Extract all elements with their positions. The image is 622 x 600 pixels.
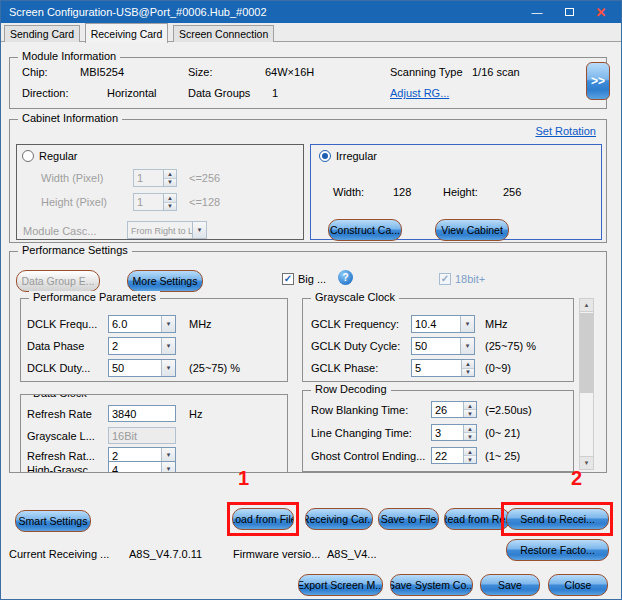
chevron-down-icon: ▾ [161, 316, 175, 332]
maximize-button[interactable] [553, 1, 585, 23]
firmware-version-value: A8S_V4... [327, 548, 377, 560]
regular-radio[interactable]: Regular [22, 150, 78, 162]
width-pixel-spinner[interactable]: 1 ▲ ▼ [133, 169, 177, 187]
group-title: Performance Parameters [29, 291, 160, 303]
select-value: 10.4 [412, 316, 460, 332]
set-rotation-link[interactable]: Set Rotation [535, 125, 596, 137]
irregular-panel: Irregular Width: 128 Height: 256 Constru… [310, 144, 602, 240]
scanning-type-value: 1/16 scan [472, 66, 520, 78]
dclk-frequency-select[interactable]: 6.0 ▾ [108, 315, 176, 333]
restore-factory-button[interactable]: Restore Facto... [506, 539, 609, 561]
check-icon: ✓ [441, 274, 449, 284]
view-cabinet-button[interactable]: View Cabinet [435, 219, 509, 241]
select-value: 50 [109, 360, 161, 376]
range-label: (0~ 21) [485, 427, 520, 439]
button-label: View Cabinet [441, 224, 503, 236]
tab-label: Sending Card [10, 28, 74, 40]
scroll-up-button[interactable]: ▲ [580, 299, 593, 312]
cabinet-information-group: Cabinet Information Set Rotation Regular… [9, 119, 607, 243]
ghost-control-spinner[interactable]: 22 ▲ ▼ [431, 447, 477, 464]
button-label: Export Screen M... [298, 579, 383, 591]
window-title: Screen Configuration-USB@Port_#0006.Hub_… [1, 6, 267, 18]
button-label: Smart Settings [19, 515, 88, 527]
current-receiving-value: A8S_V4.7.0.11 [129, 548, 202, 560]
spinner-up-icon[interactable]: ▲ [464, 402, 476, 410]
spinner-up-icon[interactable]: ▲ [464, 425, 476, 433]
checkbox-icon: ✓ [282, 273, 294, 285]
minimize-button[interactable]: — [521, 1, 553, 23]
adjust-rg-link[interactable]: Adjust RG... [390, 87, 449, 99]
spinner-up-icon[interactable]: ▲ [462, 360, 474, 369]
spinner-down-icon[interactable]: ▼ [164, 179, 176, 187]
performance-parameters-group: Performance Parameters DCLK Frequ... 6.0… [20, 298, 288, 382]
data-group-exchange-button[interactable]: Data Group E... [16, 270, 100, 292]
receiving-card-button[interactable]: Receiving Car... [305, 508, 373, 530]
refresh-rate-input[interactable]: 3840 [108, 405, 176, 422]
row-decoding-group: Row Decoding Row Blanking Time: 26 ▲ ▼ (… [302, 390, 574, 472]
scrollbar-thumb[interactable] [580, 313, 593, 393]
spinner-down-icon[interactable]: ▼ [464, 433, 476, 440]
tab-receiving-card[interactable]: Receiving Card [85, 23, 169, 43]
unit-label: MHz [189, 318, 212, 330]
spinner-up-icon[interactable]: ▲ [164, 170, 176, 179]
spinner-down-icon[interactable]: ▼ [464, 410, 476, 417]
more-settings-button[interactable]: More Settings [127, 270, 203, 292]
data-groups-label: Data Groups [188, 87, 250, 99]
direction-value: Horizontal [107, 87, 157, 99]
send-to-receiving-card-button[interactable]: Send to Recei... [506, 508, 609, 530]
height-pixel-spinner[interactable]: 1 ▲ ▼ [133, 193, 177, 211]
save-system-config-button[interactable]: Save System Co... [390, 574, 473, 596]
save-button[interactable]: Save [480, 574, 540, 596]
button-label: Save [498, 579, 522, 591]
tab-screen-connection[interactable]: Screen Connection [173, 25, 274, 42]
tab-sending-card[interactable]: Sending Card [4, 25, 80, 42]
line-changing-spinner[interactable]: 3 ▲ ▼ [431, 424, 477, 441]
big-checkbox[interactable]: ✓ Big ... [282, 273, 326, 285]
performance-settings-group: Performance Settings Data Group E... Mor… [9, 251, 607, 473]
construct-cabinet-button[interactable]: Construct Ca... [328, 219, 402, 241]
vertical-scrollbar[interactable]: ▲ ▼ [579, 298, 594, 470]
spinner-value: 1 [134, 170, 163, 186]
spinner-down-icon[interactable]: ▼ [462, 369, 474, 377]
refresh-rate-times-label: Refresh Rat... [27, 450, 95, 462]
screen-configuration-window: Screen Configuration-USB@Port_#0006.Hub_… [0, 0, 622, 600]
scroll-up-icon: ▲ [584, 302, 590, 308]
group-title: Cabinet Information [18, 112, 122, 124]
question-mark: ? [342, 272, 348, 283]
tabstrip: Sending Card Receiving Card Screen Conne… [1, 23, 621, 42]
data-phase-select[interactable]: 2 ▾ [108, 337, 176, 355]
module-cascade-label: Module Casc... [23, 225, 96, 237]
18bit-checkbox[interactable]: ✓ 18bit+ [439, 273, 485, 285]
close-button[interactable]: ✕ [585, 1, 617, 23]
smart-settings-button[interactable]: Smart Settings [15, 510, 91, 532]
spinner-up-icon[interactable]: ▲ [464, 448, 476, 456]
dclk-duty-label: DCLK Duty... [27, 362, 90, 374]
spinner-buttons: ▲ ▼ [463, 425, 476, 440]
spinner-down-icon[interactable]: ▼ [464, 456, 476, 463]
module-information-group: Module Information Chip: MBI5254 Size: 6… [9, 57, 607, 109]
dclk-duty-select[interactable]: 50 ▾ [108, 359, 176, 377]
export-screen-model-button[interactable]: Export Screen M... [298, 574, 383, 596]
module-cascade-select[interactable]: From Right to L ▾ [127, 221, 207, 239]
close-dialog-button[interactable]: Close [548, 574, 608, 596]
irregular-radio[interactable]: Irregular [319, 150, 377, 162]
gclk-duty-select[interactable]: 50 ▾ [411, 337, 475, 355]
gclk-phase-spinner[interactable]: 5 ▲ ▼ [411, 359, 475, 377]
titlebar[interactable]: Screen Configuration-USB@Port_#0006.Hub_… [1, 1, 621, 23]
group-title: Grayscale Clock [311, 291, 399, 303]
data-groups-value: 1 [272, 87, 278, 99]
refresh-rate-label: Refresh Rate [27, 408, 92, 420]
expand-button[interactable]: >> [586, 62, 610, 100]
spinner-up-icon[interactable]: ▲ [164, 194, 176, 203]
load-from-file-button[interactable]: Load from File [232, 508, 294, 530]
high-grayscale-select[interactable]: 4 ▾ [108, 461, 176, 473]
chevron-down-icon: ▾ [161, 462, 175, 473]
close-icon: ✕ [596, 5, 607, 20]
grayscale-level-input: 16Bit [108, 427, 176, 444]
irregular-height-value: 256 [503, 186, 521, 198]
save-to-file-button[interactable]: Save to File [378, 508, 439, 530]
help-icon[interactable]: ? [338, 270, 353, 285]
gclk-frequency-select[interactable]: 10.4 ▾ [411, 315, 475, 333]
spinner-down-icon[interactable]: ▼ [164, 203, 176, 211]
row-blanking-spinner[interactable]: 26 ▲ ▼ [431, 401, 477, 418]
